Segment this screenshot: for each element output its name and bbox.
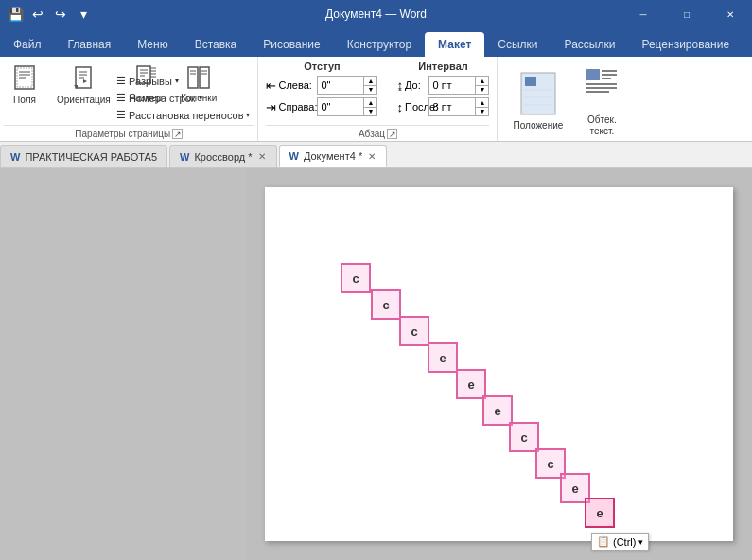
indent-left-input[interactable]: 0" ▲ ▼ [317, 76, 377, 95]
tab-doc-2-close[interactable]: ✕ [367, 151, 376, 162]
spacing-after-input[interactable]: 8 пт ▲ ▼ [428, 97, 489, 116]
tab-references[interactable]: Ссылки [484, 32, 551, 57]
indent-right-down[interactable]: ▼ [364, 107, 376, 116]
crossword-cell-0[interactable]: с [341, 263, 371, 293]
close-button[interactable]: ✕ [708, 0, 752, 28]
crossword-cell-2[interactable]: с [399, 316, 429, 346]
orientation-button[interactable]: Ориентация [49, 61, 118, 109]
spacing-before-label: ↨ До: [396, 79, 425, 93]
redo-button[interactable]: ↪ [50, 4, 71, 25]
tab-doc-2-icon: W [289, 150, 299, 162]
quick-access-toolbar: 💾 ↩ ↪ ▾ [5, 4, 94, 25]
tab-doc-0-icon: W [10, 151, 20, 163]
left-sidebar [0, 168, 246, 560]
orientation-icon [70, 64, 96, 95]
qat-dropdown[interactable]: ▾ [73, 4, 94, 25]
spacing-after-spinner[interactable]: ▲ ▼ [475, 98, 488, 115]
indent-section: Отступ ⇤ Слева: 0" ▲ ▼ [266, 61, 377, 121]
indent-right-input[interactable]: 0" ▲ ▼ [317, 97, 377, 116]
ribbon-tabs: Файл Главная Меню Вставка Рисование Конс… [0, 28, 752, 57]
indent-spacing-group: Отступ ⇤ Слева: 0" ▲ ▼ [258, 57, 498, 141]
arrange-group: Положение Обтек. текст. [498, 57, 637, 141]
indent-left-up[interactable]: ▲ [364, 77, 376, 85]
tab-doc-1-close[interactable]: ✕ [257, 151, 267, 162]
orientation-label: Ориентация [57, 95, 111, 105]
spacing-section: Интервал ↨ До: 0 пт ▲ ▼ [396, 61, 489, 121]
indent-left-label: ⇤ Слева: [266, 79, 313, 93]
crossword-cell-9[interactable]: е [585, 498, 615, 528]
indent-right-row: ⇥ Справа: 0" ▲ ▼ [266, 97, 377, 116]
breaks-icon: ☰ [116, 75, 126, 87]
tab-draw[interactable]: Рисование [250, 32, 333, 57]
page-setup-expand-icon[interactable]: ↗ [172, 129, 183, 139]
hyphenation-button[interactable]: ☰ Расстановка переносов ▾ [113, 107, 254, 123]
restore-button[interactable]: □ [665, 0, 708, 28]
spacing-title: Интервал [396, 61, 489, 72]
position-label: Положение [513, 120, 563, 131]
tab-mailings[interactable]: Рассылки [551, 32, 629, 57]
window-title: Документ4 — Word [325, 8, 427, 21]
tab-doc-2-label: Документ4 * [304, 150, 362, 162]
svg-rect-26 [525, 77, 536, 86]
spacing-before-input[interactable]: 0 пт ▲ ▼ [428, 76, 489, 95]
text-wrap-button[interactable]: Обтек. текст. [574, 61, 629, 141]
breaks-button[interactable]: ☰ Разрывы ▾ [113, 73, 254, 89]
spacing-after-up[interactable]: ▲ [476, 98, 488, 107]
fields-icon [11, 64, 38, 95]
tab-design[interactable]: Конструктор [334, 32, 425, 57]
spacing-before-up[interactable]: ▲ [476, 77, 488, 85]
paragraph-expand-icon[interactable]: ↗ [387, 129, 397, 139]
tab-review[interactable]: Рецензирование [628, 32, 743, 57]
title-bar: 💾 ↩ ↪ ▾ Документ4 — Word ─ □ ✕ [0, 0, 752, 28]
breaks-arrow: ▾ [175, 77, 179, 85]
tab-doc-1-label: Кроссворд * [194, 151, 252, 163]
paste-options-button[interactable]: 📋 (Ctrl) ▾ [591, 533, 649, 551]
indent-right-up[interactable]: ▲ [364, 98, 376, 107]
page-setup-label: Параметры страницы ↗ [4, 125, 254, 141]
hyphenation-icon: ☰ [116, 109, 126, 121]
tab-doc-0[interactable]: W ПРАКТИЧЕСКАЯ РАБОТА5 [0, 145, 167, 167]
page-area: с с с е е е [246, 168, 752, 560]
fields-button[interactable]: Поля [4, 61, 45, 109]
hyphenation-arrow: ▾ [246, 111, 250, 119]
ribbon-content: Поля Ориентация [0, 57, 752, 142]
indent-left-down[interactable]: ▼ [364, 85, 376, 95]
spacing-after-down[interactable]: ▼ [476, 107, 488, 116]
window-controls: ─ □ ✕ [621, 0, 752, 28]
crossword-cell-1[interactable]: с [371, 289, 401, 320]
indent-left-row: ⇤ Слева: 0" ▲ ▼ [266, 76, 377, 95]
main-area: с с с е е е [0, 168, 752, 560]
indent-right-spinner[interactable]: ▲ ▼ [363, 98, 376, 115]
tab-insert[interactable]: Вставка [182, 32, 251, 57]
line-numbers-arrow: ▾ [199, 94, 202, 102]
tab-home[interactable]: Главная [55, 32, 125, 57]
minimize-button[interactable]: ─ [621, 0, 665, 28]
spacing-before-spinner[interactable]: ▲ ▼ [475, 77, 488, 94]
tab-doc-2[interactable]: W Документ4 * ✕ [279, 145, 388, 167]
crossword-cell-3[interactable]: е [428, 342, 458, 373]
undo-button[interactable]: ↩ [27, 4, 48, 25]
spacing-after-label: ↕ После: [396, 100, 425, 114]
text-wrap-label: Обтек. текст. [582, 114, 621, 137]
tab-doc-1[interactable]: W Кроссворд * ✕ [169, 145, 277, 167]
tab-menu[interactable]: Меню [124, 32, 181, 57]
spacing-before-down[interactable]: ▼ [476, 85, 488, 95]
paste-dropdown-arrow[interactable]: ▾ [638, 537, 643, 547]
spacing-after-row: ↕ После: 8 пт ▲ ▼ [396, 97, 489, 116]
position-button[interactable]: Положение [505, 61, 570, 141]
tab-doc-1-icon: W [180, 151, 189, 163]
document-page: с с с е е е [265, 187, 733, 541]
line-numbers-button[interactable]: ☰ Номера строк ▾ [113, 90, 254, 106]
text-wrap-icon [583, 65, 621, 114]
fields-label: Поля [13, 95, 36, 105]
indent-left-spinner[interactable]: ▲ ▼ [363, 77, 376, 94]
svg-marker-10 [83, 79, 87, 83]
tab-layout[interactable]: Макет [425, 32, 484, 57]
tab-view[interactable]: Ви... [743, 32, 752, 57]
paste-icon: 📋 [597, 535, 610, 548]
position-icon [519, 71, 557, 120]
paragraph-label: Абзац ↗ [266, 125, 489, 141]
page-setup-group: Поля Ориентация [0, 57, 258, 141]
tab-file[interactable]: Файл [0, 32, 55, 57]
save-button[interactable]: 💾 [5, 4, 26, 25]
